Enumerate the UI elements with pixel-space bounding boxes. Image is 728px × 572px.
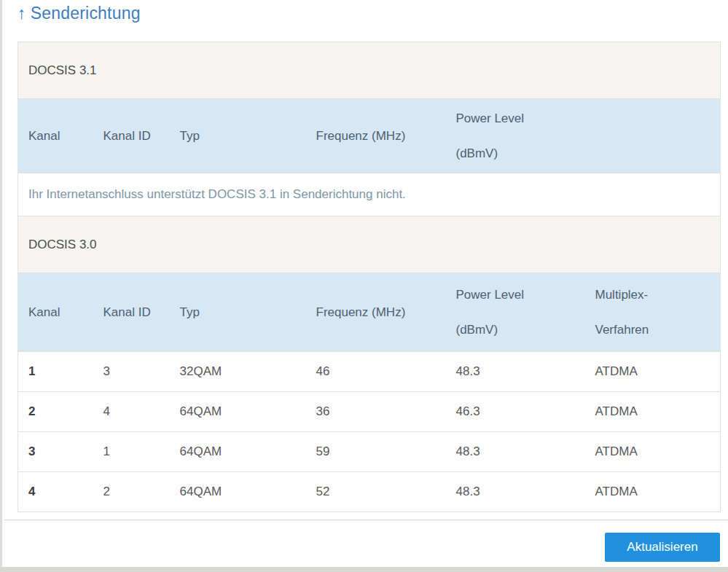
cell-typ: 32QAM	[170, 352, 306, 392]
cell-power-level: 48.3	[446, 432, 585, 472]
col-header-frequenz: Frequenz (MHz)	[306, 99, 446, 173]
section-header-docsis31: DOCSIS 3.1	[18, 42, 721, 99]
page-title: ↑Senderichtung	[17, 2, 141, 24]
table-row: 1 3 32QAM 46 48.3 ATDMA	[18, 352, 721, 392]
upstream-page: ↑Senderichtung DOCSIS 3.1 Kanal Kanal ID…	[0, 0, 728, 572]
docsis30-header-row: Kanal Kanal ID Typ Frequenz (MHz) Power …	[18, 273, 721, 352]
power-level-line1: Power Level	[456, 278, 585, 313]
cell-multiplex: ATDMA	[585, 352, 721, 392]
cell-kanal: 4	[18, 472, 93, 512]
page-bottom-strip	[0, 567, 728, 572]
power-level-line2: (dBmV)	[456, 313, 585, 348]
cell-kanal: 2	[18, 392, 93, 432]
col-header-multiplex: Multiplex- Verfahren	[585, 273, 721, 352]
cell-kanal-id: 3	[93, 352, 170, 392]
cell-kanal-id: 2	[93, 472, 170, 512]
docsis31-header-row: Kanal Kanal ID Typ Frequenz (MHz) Power …	[18, 99, 721, 173]
section-header-docsis30: DOCSIS 3.0	[18, 216, 721, 273]
col-header-kanal: Kanal	[18, 273, 93, 352]
table-row: 2 4 64QAM 36 46.3 ATDMA	[18, 392, 721, 432]
cell-kanal-id: 4	[93, 392, 170, 432]
multiplex-line2: Verfahren	[595, 313, 721, 348]
docsis31-unsupported-message: Ihr Internetanschluss unterstützt DOCSIS…	[18, 173, 721, 216]
cell-kanal: 1	[18, 352, 93, 392]
up-arrow-icon: ↑	[17, 4, 26, 23]
page-title-label: Senderichtung	[31, 4, 141, 23]
cell-multiplex: ATDMA	[585, 472, 721, 512]
table-row: 4 2 64QAM 52 48.3 ATDMA	[18, 472, 721, 512]
cell-kanal-id: 1	[93, 432, 170, 472]
cell-frequenz: 59	[306, 432, 446, 472]
docsis31-message-row: Ihr Internetanschluss unterstützt DOCSIS…	[18, 173, 721, 216]
section-divider	[4, 520, 728, 520]
page-edge-strip	[0, 0, 2, 572]
section-label: DOCSIS 3.1	[18, 42, 721, 99]
cell-typ: 64QAM	[170, 432, 306, 472]
section-label: DOCSIS 3.0	[18, 216, 721, 273]
table-row: 3 1 64QAM 59 48.3 ATDMA	[18, 432, 721, 472]
col-header-power-level: Power Level (dBmV)	[446, 273, 585, 352]
cell-typ: 64QAM	[170, 392, 306, 432]
cell-power-level: 46.3	[446, 392, 585, 432]
col-header-power-level: Power Level (dBmV)	[446, 99, 721, 173]
cell-power-level: 48.3	[446, 352, 585, 392]
col-header-kanal: Kanal	[18, 99, 93, 173]
multiplex-line1: Multiplex-	[595, 278, 721, 313]
col-header-typ: Typ	[170, 273, 306, 352]
col-header-kanal-id: Kanal ID	[93, 273, 170, 352]
cell-kanal: 3	[18, 432, 93, 472]
col-header-typ: Typ	[170, 99, 306, 173]
col-header-kanal-id: Kanal ID	[93, 99, 170, 173]
cell-frequenz: 52	[306, 472, 446, 512]
power-level-line2: (dBmV)	[456, 136, 721, 171]
cell-multiplex: ATDMA	[585, 392, 721, 432]
cell-frequenz: 36	[306, 392, 446, 432]
power-level-line1: Power Level	[456, 101, 721, 136]
cell-typ: 64QAM	[170, 472, 306, 512]
cell-multiplex: ATDMA	[585, 432, 721, 472]
col-header-frequenz: Frequenz (MHz)	[306, 273, 446, 352]
refresh-button[interactable]: Aktualisieren	[605, 533, 720, 562]
upstream-channels-table: DOCSIS 3.1 Kanal Kanal ID Typ Frequenz (…	[17, 42, 721, 512]
cell-power-level: 48.3	[446, 472, 585, 512]
cell-frequenz: 46	[306, 352, 446, 392]
